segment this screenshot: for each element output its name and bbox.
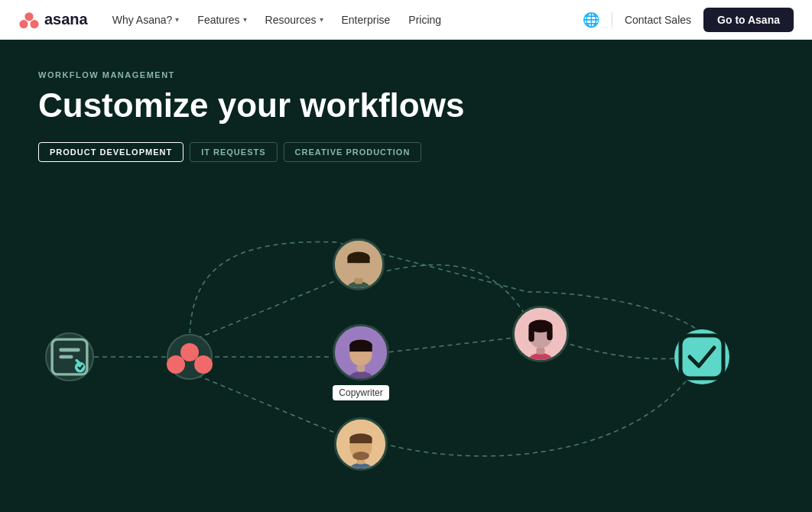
logo[interactable]: asana [18, 9, 88, 31]
template-icon [45, 332, 94, 381]
copywriter-label: Copywriter [333, 385, 388, 400]
contact-sales-button[interactable]: Contact Sales [625, 14, 691, 26]
svg-point-11 [75, 362, 86, 373]
svg-line-6 [190, 372, 336, 433]
avatar-copywriter [333, 324, 389, 381]
nav-pricing[interactable]: Pricing [408, 14, 441, 26]
globe-icon[interactable]: 🌐 [583, 11, 599, 28]
svg-point-12 [180, 343, 199, 361]
hero-title: Customize your workflows [38, 87, 774, 124]
nav-links: Why Asana? ▾ Features ▾ Resources ▾ Ente… [112, 14, 558, 26]
nav-right: 🌐 Contact Sales Go to Asana [583, 8, 794, 32]
asana-dots-icon [167, 334, 213, 380]
tab-creative-production[interactable]: Creative Production [284, 142, 422, 162]
svg-rect-40 [349, 439, 372, 443]
svg-line-4 [190, 280, 336, 342]
template-node [45, 332, 94, 381]
workflow-tabs: Product Development IT Requests Creative… [38, 142, 774, 162]
svg-point-13 [167, 355, 185, 374]
person-bottom-node [334, 417, 388, 471]
chevron-down-icon: ▾ [243, 15, 247, 24]
svg-point-38 [352, 452, 369, 460]
svg-rect-20 [347, 258, 369, 263]
svg-rect-41 [680, 335, 723, 378]
person-top-node [333, 238, 385, 290]
copywriter-node: Copywriter [333, 324, 389, 400]
svg-rect-26 [528, 326, 534, 342]
main-content: Workflow Management Customize your workf… [0, 40, 812, 512]
nav-enterprise[interactable]: Enterprise [342, 14, 391, 26]
svg-point-1 [19, 20, 28, 28]
tab-it-requests[interactable]: IT Requests [190, 142, 277, 162]
nav-resources[interactable]: Resources ▾ [265, 14, 323, 26]
svg-rect-9 [59, 348, 80, 352]
avatar-person-top [333, 238, 385, 290]
nav-features[interactable]: Features ▾ [197, 14, 246, 26]
svg-rect-10 [59, 355, 73, 359]
nav-why-asana[interactable]: Why Asana? ▾ [112, 14, 180, 26]
svg-line-7 [381, 338, 514, 353]
logo-text: asana [44, 11, 88, 28]
svg-point-2 [30, 20, 38, 28]
avatar-person-bottom [334, 417, 388, 471]
svg-rect-33 [349, 345, 372, 352]
asana-logo-icon [18, 9, 40, 31]
svg-rect-27 [547, 326, 552, 340]
check-node [674, 329, 729, 384]
tab-product-development[interactable]: Product Development [38, 142, 184, 162]
asana-dots-node [167, 334, 213, 380]
go-to-asana-button[interactable]: Go to Asana [703, 8, 794, 32]
chevron-down-icon: ▾ [175, 15, 179, 24]
svg-rect-30 [356, 365, 365, 372]
svg-point-0 [24, 12, 33, 21]
workflow-diagram: .dashed { stroke: #4a7a6a; stroke-width:… [0, 193, 812, 512]
avatar-person-right [512, 306, 569, 362]
navbar: asana Why Asana? ▾ Features ▾ Resources … [0, 0, 812, 40]
nav-divider [612, 12, 612, 28]
workflow-label: Workflow Management [38, 70, 774, 79]
chevron-down-icon: ▾ [320, 15, 323, 24]
check-icon [674, 329, 729, 384]
svg-point-14 [194, 355, 213, 374]
person-right-node [512, 306, 569, 362]
svg-rect-23 [536, 347, 544, 354]
